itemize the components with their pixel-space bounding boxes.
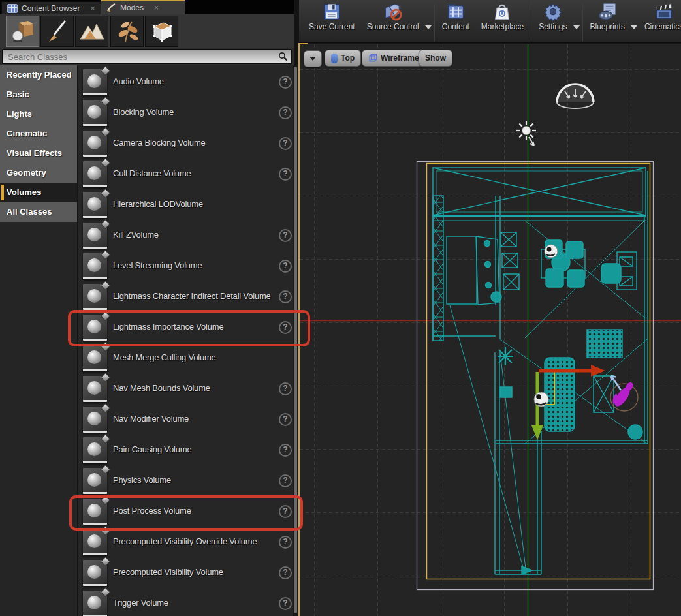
list-item[interactable]: Nav Modifier Volume? [78,403,293,434]
source-control-icon [383,2,403,22]
sidebar-item-cinematic[interactable]: Cinematic [0,124,77,144]
marketplace-icon [492,2,512,22]
list-item[interactable]: Physics Volume? [78,465,293,495]
precomputed-visibility-volume-icon [83,560,107,586]
content-icon [446,2,466,22]
help-icon[interactable]: ? [279,321,292,334]
marketplace-button[interactable]: Marketplace [475,2,530,40]
geometry-editing-mode-tool[interactable] [145,16,178,47]
save-current-button[interactable]: Save Current [303,2,361,40]
button-label: Save Current [309,22,355,31]
level-viewport[interactable]: Top Wireframe Show [298,44,681,616]
blueprints-icon [597,2,617,22]
lightmass-importance-volume-bounds[interactable] [427,164,650,579]
sidebar-item-geometry[interactable]: Geometry [0,163,77,183]
sidebar-item-basic[interactable]: Basic [0,85,77,104]
list-item[interactable]: Lightmass Importance Volume? [78,311,293,342]
volume-label: Kill ZVolume [113,219,159,250]
help-icon[interactable]: ? [279,566,292,579]
viewport-canvas[interactable] [300,44,681,616]
help-icon[interactable]: ? [279,260,292,273]
help-icon[interactable]: ? [279,474,292,487]
settings-caret-icon[interactable] [573,25,580,29]
list-item[interactable]: Cull Distance Volume? [78,158,293,189]
mesh-merge-culling-volume-icon [83,345,107,371]
list-item[interactable]: Precomputed Visibility Override Volume? [78,526,293,557]
outer-volume-bounds[interactable] [417,162,654,590]
help-icon[interactable]: ? [279,444,292,457]
show-menu-button[interactable]: Show [419,50,452,67]
list-item[interactable]: Level Streaming Volume? [78,250,293,281]
list-item[interactable]: Nav Mesh Bounds Volume? [78,373,293,403]
button-label: Blueprints [590,22,625,31]
camera-sphere-icon[interactable] [545,245,558,258]
volume-label: Precomputed Visibility Volume [113,557,223,587]
button-label: Cinematics [644,22,681,31]
list-item[interactable]: Hierarchical LODVolume [78,189,293,219]
list-item[interactable]: Lightmass Character Indirect Detail Volu… [78,281,293,311]
help-icon[interactable]: ? [279,76,292,89]
volume-label: Nav Modifier Volume [113,403,189,434]
list-item[interactable]: Camera Blocking Volume? [78,127,293,158]
nav-mesh-bounds-volume-icon [83,376,107,402]
help-icon[interactable]: ? [279,229,292,242]
source-control-button[interactable]: Source Control [361,2,425,40]
view-mode-button[interactable]: Top [325,50,361,67]
list-item[interactable]: Trigger Volume? [78,587,293,616]
unreal-editor-window: Content Browser × Modes × [0,0,681,616]
player-start-icon[interactable] [534,392,548,407]
toolbar-separator [582,2,583,41]
list-item[interactable]: Precomputed Visibility Volume? [78,557,293,587]
volume-label: Level Streaming Volume [113,250,202,281]
render-mode-button[interactable]: Wireframe [362,50,426,67]
help-icon[interactable]: ? [279,137,292,150]
viewport-options-button[interactable] [304,50,322,67]
button-label: Marketplace [481,22,524,31]
landscape-mode-icon [79,18,105,44]
sidebar-item-volumes[interactable]: Volumes [0,183,77,202]
stairs-long-block [545,358,575,431]
sidebar-item-recently-placed[interactable]: Recently Placed [0,65,77,85]
search-input[interactable] [7,50,270,63]
close-icon[interactable]: × [154,3,159,12]
help-icon[interactable]: ? [279,536,292,549]
volume-label: Lightmass Character Indirect Detail Volu… [113,281,271,311]
blueprints-caret-icon[interactable] [631,25,637,29]
tab-modes[interactable]: Modes × [101,0,185,14]
cinematics-button[interactable]: Cinematics [639,2,681,40]
close-icon[interactable]: × [90,4,95,13]
search-row [0,48,294,65]
help-icon[interactable]: ? [279,597,292,610]
foliage-mode-tool[interactable] [110,16,144,47]
list-item[interactable]: Audio Volume? [78,66,293,97]
help-icon[interactable]: ? [279,290,292,303]
place-mode-tool[interactable] [6,16,39,47]
list-item[interactable]: Post Process Volume? [78,495,293,526]
help-icon[interactable]: ? [279,505,292,518]
volume-label: Nav Mesh Bounds Volume [113,373,210,403]
viewport-options-caret-icon [309,57,316,61]
sky-dome-icon[interactable] [557,84,594,108]
lightmass-character-indirect-detail-volume-icon [83,284,107,310]
list-item[interactable]: Blocking Volume? [78,97,293,127]
source-control-caret-icon[interactable] [425,25,432,29]
list-item[interactable]: Pain Causing Volume? [78,434,293,465]
scrollbar-thumb[interactable] [294,67,297,613]
blueprints-button[interactable]: Blueprints [584,2,631,40]
paint-mode-tool[interactable] [40,16,74,47]
help-icon[interactable]: ? [279,106,292,119]
help-icon[interactable]: ? [279,413,292,426]
help-icon[interactable]: ? [279,168,292,181]
sidebar-item-visual-effects[interactable]: Visual Effects [0,144,77,163]
landscape-mode-tool[interactable] [75,16,108,47]
list-item[interactable]: Kill ZVolume? [78,219,293,250]
settings-button[interactable]: Settings [533,2,573,40]
sidebar-item-all-classes[interactable]: All Classes [0,202,77,222]
sidebar-item-lights[interactable]: Lights [0,104,77,124]
help-icon[interactable]: ? [279,382,292,395]
blocking-volume-icon [83,100,107,126]
content-button[interactable]: Content [436,2,475,40]
tab-content-browser[interactable]: Content Browser × [1,1,104,15]
pain-causing-volume-icon [83,437,107,463]
list-item[interactable]: Mesh Merge Culling Volume [78,342,293,373]
